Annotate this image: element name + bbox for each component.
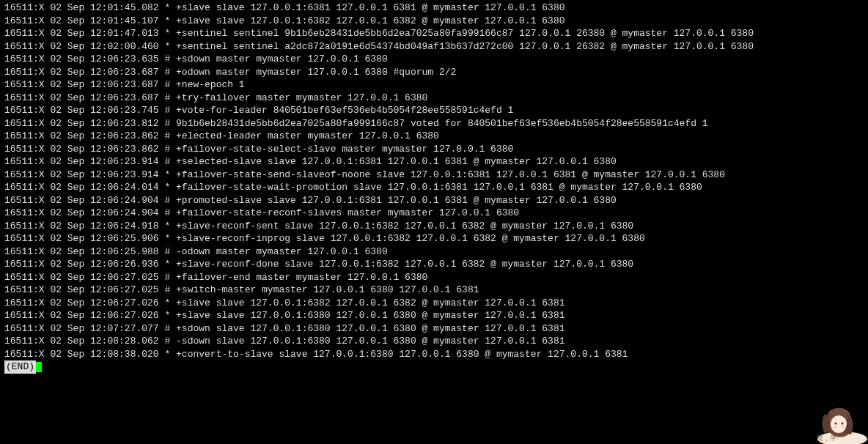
svg-point-2 (835, 423, 837, 425)
svg-point-1 (831, 415, 847, 433)
terminal-cursor (36, 362, 42, 372)
svg-point-5 (842, 426, 845, 428)
pager-end-marker: (END) (4, 360, 36, 374)
pager-end-line: (END) (4, 360, 864, 374)
avatar: 英，半 (806, 404, 868, 444)
svg-point-3 (842, 423, 844, 425)
svg-text:英，半: 英，半 (817, 434, 836, 442)
svg-point-4 (834, 426, 836, 428)
terminal-log-output[interactable]: 16511:X 02 Sep 12:01:45.082 * +slave sla… (4, 1, 864, 360)
svg-point-0 (817, 432, 867, 444)
